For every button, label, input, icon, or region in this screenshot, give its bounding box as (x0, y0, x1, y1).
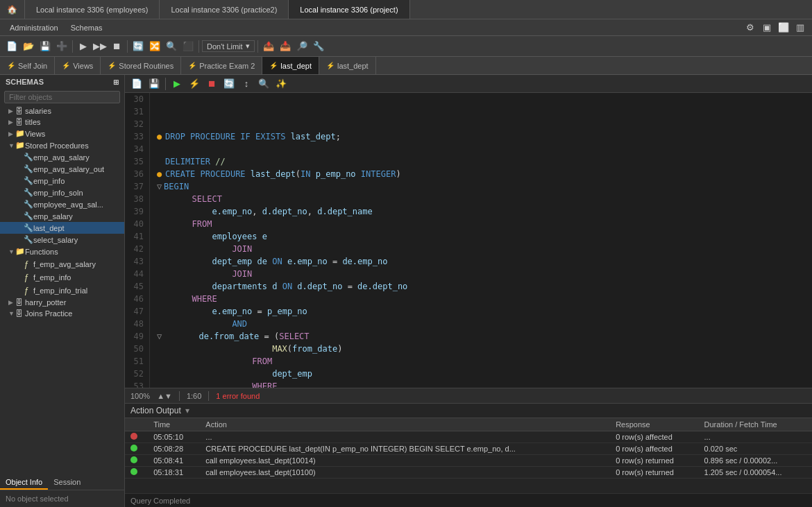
tree-item-emp-info[interactable]: 🔧 emp_info (0, 175, 124, 187)
label-harry-potter: harry_potter (25, 298, 124, 307)
new-file-icon[interactable]: 📄 (4, 39, 19, 54)
home-button[interactable]: 🏠 (0, 0, 25, 19)
tab-practice-exam[interactable]: ⚡ Practice Exam 2 (181, 57, 262, 74)
editor-beautify-icon[interactable]: ✨ (273, 76, 289, 92)
layout2-icon[interactable]: ⬜ (776, 20, 791, 35)
execute-icon[interactable]: ▶ (76, 39, 91, 54)
editor-sep1 (165, 78, 166, 90)
settings-icon[interactable]: ⚙ (743, 20, 758, 35)
tree-item-emp-avg-salary[interactable]: 🔧 emp_avg_salary (0, 151, 124, 163)
tab-label-practice-exam: Practice Exam 2 (199, 62, 255, 70)
tree-item-titles[interactable]: ▶ 🗄 titles (0, 117, 124, 128)
editor-run-icon[interactable]: ▶ (169, 76, 185, 92)
output-row-669[interactable]: 05:08:41 call employees.last_dept(10014)… (125, 455, 812, 467)
layout1-icon[interactable]: ▣ (759, 20, 775, 35)
save-file-icon[interactable]: 💾 (37, 39, 53, 54)
tree-item-select-salary[interactable]: 🔧 select_salary (0, 234, 124, 246)
tree-item-salaries[interactable]: ▶ 🗄 salaries (0, 105, 124, 117)
menu-schemas[interactable]: Schemas (65, 22, 108, 33)
cursor-position: 1:60 (187, 392, 201, 400)
menu-administration[interactable]: Administration (4, 22, 64, 33)
import-icon[interactable]: 📥 (278, 39, 293, 54)
tree-item-f-emp-info-trial[interactable]: ƒ f_emp_info_trial (0, 284, 124, 297)
output-row-668[interactable]: 05:08:28 CREATE PROCEDURE last_dept(IN p… (125, 443, 812, 455)
editor-save-icon[interactable]: 💾 (146, 76, 162, 92)
editor-stop-icon[interactable]: ⏹ (204, 76, 219, 92)
dot-670 (130, 468, 137, 475)
limit-dropdown-icon[interactable]: ▾ (246, 42, 250, 51)
refresh-icon[interactable]: 🔄 (130, 39, 146, 54)
tree-item-f-emp-info[interactable]: ƒ f_emp_info (0, 270, 124, 284)
wrench-icon[interactable]: 🔧 (311, 39, 326, 54)
label-f-emp-info: f_emp_info (33, 273, 124, 282)
tab-session[interactable]: Session (48, 476, 86, 490)
tab-views[interactable]: ⚡ Views (55, 57, 101, 74)
tab-stored-routines[interactable]: ⚡ Stored Routines (101, 57, 181, 74)
response-670: 0 row(s) returned (610, 467, 698, 479)
output-toggle-icon[interactable]: ▾ (185, 406, 189, 415)
tree-item-emp-avg-salary-out[interactable]: 🔧 emp_avg_salary_out (0, 163, 124, 175)
tree-item-last-dept[interactable]: 🔧 last_dept (0, 222, 124, 234)
time-668: 05:08:28 (148, 443, 200, 455)
editor-refresh-icon[interactable]: 🔄 (221, 76, 237, 92)
search-icon[interactable]: 🔎 (294, 39, 310, 54)
tree-item-emp-info-soln[interactable]: 🔧 emp_info_soln (0, 187, 124, 198)
tab-last-dept-1[interactable]: ⚡ last_dept (262, 57, 319, 74)
toggle-icon[interactable]: 🔀 (147, 39, 162, 54)
execute-all-icon[interactable]: ▶▶ (92, 39, 108, 54)
tab-employees[interactable]: Local instance 3306 (employees) (25, 0, 160, 19)
response-669: 0 row(s) returned (610, 455, 698, 467)
tab-object-info[interactable]: Object Info (0, 476, 48, 490)
col-action: Action (200, 418, 610, 431)
export-icon[interactable]: 📤 (261, 39, 276, 54)
editor-run-script-icon[interactable]: ⚡ (187, 76, 202, 92)
col-time: Time (148, 418, 200, 431)
label-salaries: salaries (25, 107, 124, 115)
duration-667: ... (699, 431, 812, 443)
response-668: 0 row(s) affected (610, 443, 698, 455)
new-tab-icon[interactable]: ➕ (54, 39, 69, 54)
icon-f-emp-avg-salary: ƒ (24, 259, 33, 269)
schema-tree: ▶ 🗄 salaries ▶ 🗄 titles ▶ 📁 Views ▼ (0, 105, 124, 476)
tree-item-f-emp-avg-salary[interactable]: ƒ f_emp_avg_salary (0, 257, 124, 270)
format-icon[interactable]: ⬛ (180, 39, 196, 54)
status-sep2 (208, 391, 209, 401)
tab-practice2[interactable]: Local instance 3306 (practice2) (160, 0, 289, 19)
editor-new-icon[interactable]: 📄 (129, 76, 144, 92)
filter-input[interactable] (4, 91, 120, 103)
schema-expand-icon[interactable]: ⊞ (113, 78, 119, 86)
tab-project[interactable]: Local instance 3306 (project) (289, 0, 409, 19)
dot-669 (130, 456, 137, 463)
action-670: call employees.last_dept(10100) (200, 467, 610, 479)
editor-tab-bar: ⚡ Self Join ⚡ Views ⚡ Stored Routines ⚡ … (0, 57, 812, 75)
icon-stored-procedures: 📁 (15, 141, 25, 150)
tab-last-dept-2[interactable]: ⚡ last_dept (319, 57, 376, 74)
editor-toggle-icon[interactable]: ↕ (239, 76, 254, 92)
output-row-667[interactable]: 05:05:10 ... 0 row(s) affected ... (125, 431, 812, 443)
icon-employee-avg-sal: 🔧 (24, 200, 33, 209)
tree-item-employee-avg-sal[interactable]: 🔧 employee_avg_sal... (0, 198, 124, 210)
stop-icon[interactable]: ⏹ (109, 39, 124, 54)
status-667 (125, 431, 148, 443)
schema-label: SCHEMAS ⊞ (0, 75, 124, 89)
tree-item-stored-procedures[interactable]: ▼ 📁 Stored Procedures (0, 139, 124, 151)
icon-f-emp-info: ƒ (24, 272, 33, 282)
output-row-670[interactable]: 05:18:31 call employees.last_dept(10100)… (125, 467, 812, 479)
tree-item-functions[interactable]: ▼ 📁 Functions (0, 246, 124, 257)
label-emp-info-soln: emp_info_soln (33, 189, 124, 197)
tree-item-harry-potter[interactable]: ▶ 🗄 harry_potter (0, 297, 124, 308)
layout3-icon[interactable]: ▥ (793, 20, 808, 35)
limit-selector[interactable]: Don't Limit ▾ (202, 40, 255, 52)
editor-inspect-icon[interactable]: 🔍 (256, 76, 271, 92)
time-667: 05:05:10 (148, 431, 200, 443)
inspect-icon[interactable]: 🔍 (164, 39, 179, 54)
code-editor[interactable]: ●DROP PROCEDURE IF EXISTS last_dept; DEL… (150, 93, 812, 388)
tab-self-join[interactable]: ⚡ Self Join (0, 57, 55, 74)
tree-item-joins-practice[interactable]: ▼ 🗄 Joins Practice (0, 308, 124, 319)
zoom-stepper[interactable]: ▲▼ (157, 392, 172, 400)
open-file-icon[interactable]: 📂 (21, 39, 36, 54)
status-sep1 (179, 391, 180, 401)
tab-icon-views: ⚡ (62, 62, 70, 69)
tree-item-views[interactable]: ▶ 📁 Views (0, 128, 124, 139)
tree-item-emp-salary[interactable]: 🔧 emp_salary (0, 210, 124, 222)
